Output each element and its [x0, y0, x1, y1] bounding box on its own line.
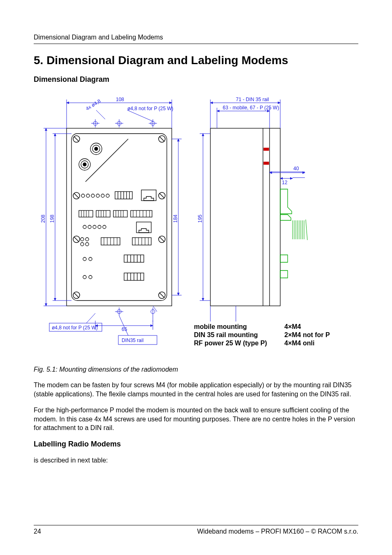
section-dim-heading: Dimensional Diagram — [34, 75, 358, 84]
section-label-heading: Labelling Radio Modems — [34, 440, 358, 449]
svg-point-91 — [89, 275, 92, 279]
page-footer: 24 Wideband modems – PROFI MX160 – © RAC… — [34, 522, 358, 535]
svg-point-20 — [95, 147, 98, 150]
svg-rect-40 — [113, 210, 127, 217]
footer-doc-line: Wideband modems – PROFI MX160 – © RACOM … — [197, 528, 358, 535]
dim-hole-spec-bl: ø4,8 not for P (25 W) — [52, 325, 98, 331]
figure-caption: Fig. 5.1: Mounting dimensions of the rad… — [34, 366, 358, 373]
svg-line-133 — [86, 313, 95, 323]
mount-r2c2: 2×M4 not for P — [284, 331, 330, 338]
running-head: Dimensional Diagram and Labeling Modems — [34, 34, 358, 41]
svg-line-9 — [159, 293, 164, 298]
figure-dimensional-diagram: 108 ø4,8 not for P (25 W) 4x ø4,8 208 19… — [34, 91, 358, 358]
svg-point-26 — [86, 194, 90, 197]
mount-r2c1: DIN 35 rail mounting — [194, 331, 258, 338]
mount-r3c2: 4×M4 onli — [284, 340, 314, 347]
dim-side-40: 40 — [293, 166, 299, 171]
svg-point-90 — [83, 275, 86, 279]
dim-side-h: 195 — [197, 215, 203, 223]
svg-line-17 — [159, 237, 164, 242]
svg-line-15 — [74, 237, 79, 242]
dim-drawing-svg: 108 ø4,8 not for P (25 W) 4x ø4,8 208 19… — [34, 91, 358, 358]
mount-r1c1: mobile mounting — [194, 323, 247, 330]
dim-left-outer: 208 — [40, 215, 46, 223]
svg-point-60 — [83, 225, 86, 229]
svg-point-69 — [85, 243, 89, 246]
chapter-title: 5. Dimensional Diagram and Labeling Mode… — [34, 54, 358, 67]
svg-point-68 — [81, 243, 84, 246]
svg-line-147 — [306, 220, 307, 240]
dim-diag-hole: 4x ø4,8 — [85, 98, 102, 111]
svg-rect-41 — [131, 210, 152, 217]
svg-line-7 — [74, 293, 79, 298]
svg-line-110 — [127, 110, 153, 121]
svg-point-64 — [103, 225, 106, 229]
svg-line-11 — [74, 193, 79, 198]
dim-hole-spec: ø4,8 not for P (25 W) — [127, 106, 173, 111]
svg-rect-38 — [79, 210, 93, 217]
paragraph-2: For the high-performance P model the mod… — [34, 406, 358, 432]
dim-right-inner: 184 — [173, 215, 178, 223]
dim-side-top: 71 - DIN 35 rail — [236, 97, 269, 102]
header-rule — [34, 44, 358, 44]
dim-bottom-gap: 65 — [122, 326, 127, 332]
svg-rect-138 — [264, 162, 269, 164]
svg-rect-137 — [264, 148, 269, 150]
svg-line-13 — [159, 193, 164, 198]
svg-point-67 — [85, 238, 89, 241]
mount-r1c2: 4×M4 — [284, 323, 301, 330]
svg-point-62 — [93, 225, 96, 229]
svg-point-29 — [101, 194, 104, 197]
svg-point-61 — [88, 225, 91, 229]
svg-point-30 — [106, 194, 109, 197]
svg-point-23 — [83, 163, 86, 166]
svg-line-111 — [96, 110, 105, 119]
dim-top-width: 108 — [116, 97, 124, 102]
svg-point-63 — [98, 225, 101, 229]
paragraph-3: is described in next table: — [34, 456, 358, 465]
footer-page-number: 24 — [34, 528, 41, 535]
svg-line-5 — [159, 136, 164, 141]
svg-line-3 — [74, 136, 79, 141]
mount-r3c1: RF power 25 W (type P) — [194, 340, 267, 347]
svg-point-83 — [89, 257, 92, 261]
svg-point-27 — [91, 194, 95, 197]
svg-point-25 — [81, 194, 85, 197]
dim-side-12: 12 — [282, 180, 288, 185]
svg-point-82 — [83, 257, 86, 261]
footer-rule — [34, 525, 358, 525]
svg-point-66 — [81, 238, 84, 241]
svg-point-28 — [96, 194, 99, 197]
dim-side-sub: 63 - mobile, 67 - P (25 W) — [223, 105, 279, 111]
svg-rect-39 — [96, 210, 110, 217]
dim-left-inner: 198 — [49, 215, 55, 223]
dim-rail-label: DIN35 rail — [122, 338, 143, 343]
paragraph-1: The modem can be fasten by four screws M… — [34, 381, 358, 398]
